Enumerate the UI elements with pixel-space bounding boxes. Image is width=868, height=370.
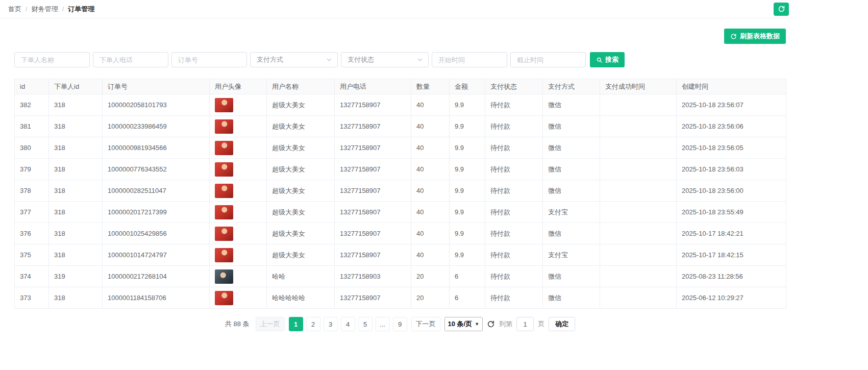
cell-amount: 6 — [450, 266, 485, 287]
start-time-input[interactable] — [432, 52, 507, 67]
cell-amount: 6 — [450, 287, 485, 309]
pay-status-select[interactable]: 支付状态 — [341, 52, 429, 67]
table-row[interactable]: 379 318 1000000776343552 超级大美女 132771589… — [15, 159, 786, 180]
cell-pay-success-time — [600, 287, 677, 309]
cell-order-no: 1000001184158706 — [103, 287, 210, 309]
cell-created-at: 2025-10-18 23:56:00 — [677, 180, 786, 202]
cell-order-no: 1000000282511047 — [103, 180, 210, 202]
cell-id: 380 — [15, 137, 49, 159]
table-row[interactable]: 375 318 1000001014724797 超级大美女 132771589… — [15, 244, 786, 266]
page-number-button[interactable]: 3 — [324, 317, 338, 331]
page-size-select[interactable]: 10 条/页 ▼ — [444, 317, 483, 331]
cell-user-phone: 13277158907 — [335, 287, 411, 309]
page-size-label: 10 条/页 — [448, 319, 473, 329]
cell-avatar — [210, 202, 267, 223]
cell-order-no: 1000000981934566 — [103, 137, 210, 159]
table-row[interactable]: 373 318 1000001184158706 哈哈哈哈哈 132771589… — [15, 287, 786, 309]
cell-pay-success-time — [600, 244, 677, 266]
table-row[interactable]: 377 318 1000002017217399 超级大美女 132771589… — [15, 202, 786, 223]
page-number-button[interactable]: 1 — [289, 317, 303, 331]
table-row[interactable]: 382 318 1000002058101793 超级大美女 132771589… — [15, 94, 786, 116]
goto-page-input[interactable] — [516, 317, 534, 331]
user-avatar[interactable] — [215, 227, 233, 241]
search-button[interactable]: 搜索 — [590, 52, 625, 67]
cell-avatar — [210, 159, 267, 180]
cell-pay-status: 待付款 — [485, 244, 543, 266]
user-avatar[interactable] — [215, 162, 233, 177]
table-header-row: id下单人id订单号用户头像用户名称用户电话数量金额支付状态支付方式支付成功时间… — [15, 79, 786, 94]
pagination-refresh-button[interactable] — [487, 320, 495, 328]
order-no-input[interactable] — [171, 52, 247, 67]
cell-pay-status: 待付款 — [485, 159, 543, 180]
cell-pay-method: 微信 — [543, 287, 600, 309]
table-row[interactable]: 381 318 1000000233986459 超级大美女 132771589… — [15, 116, 786, 137]
cell-avatar — [210, 94, 267, 116]
cell-id: 382 — [15, 94, 49, 116]
cell-order-no: 1000000776343552 — [103, 159, 210, 180]
cell-buyer-id: 318 — [49, 159, 103, 180]
cell-amount: 9.9 — [450, 94, 485, 116]
cell-amount: 9.9 — [450, 223, 485, 244]
user-avatar[interactable] — [215, 269, 233, 284]
prev-page-button[interactable]: 上一页 — [256, 317, 285, 331]
page-ellipsis-button[interactable]: ... — [376, 317, 390, 331]
user-avatar[interactable] — [215, 141, 233, 155]
cell-id: 379 — [15, 159, 49, 180]
pay-method-select[interactable]: 支付方式 — [250, 52, 338, 67]
cell-pay-status: 待付款 — [485, 223, 543, 244]
top-header: 首页/财务管理/订单管理 — [0, 0, 794, 18]
cell-pay-success-time — [600, 266, 677, 287]
table-row[interactable]: 378 318 1000000282511047 超级大美女 132771589… — [15, 180, 786, 202]
filter-bar: 支付方式 支付状态 搜索 — [14, 52, 786, 67]
user-avatar[interactable] — [215, 184, 233, 198]
table-row[interactable]: 380 318 1000000981934566 超级大美女 132771589… — [15, 137, 786, 159]
chevron-down-icon — [417, 57, 423, 63]
refresh-table-label: 刷新表格数据 — [740, 32, 780, 41]
cell-buyer-id: 318 — [49, 94, 103, 116]
cell-user-name: 超级大美女 — [267, 202, 335, 223]
end-time-input[interactable] — [510, 52, 586, 67]
buyer-phone-input[interactable] — [93, 52, 168, 67]
cell-user-name: 超级大美女 — [267, 159, 335, 180]
cell-buyer-id: 318 — [49, 137, 103, 159]
pay-status-placeholder: 支付状态 — [348, 55, 374, 64]
cell-amount: 9.9 — [450, 116, 485, 137]
table-row[interactable]: 374 319 1000000217268104 哈哈 13277158903 … — [15, 266, 786, 287]
table-row[interactable]: 376 318 1000001025429856 超级大美女 132771589… — [15, 223, 786, 244]
column-header: 用户名称 — [267, 79, 335, 94]
breadcrumb-separator: / — [26, 5, 28, 13]
page-number-button[interactable]: 5 — [358, 317, 373, 331]
cell-amount: 9.9 — [450, 137, 485, 159]
caret-down-icon: ▼ — [475, 322, 479, 327]
user-avatar[interactable] — [215, 248, 233, 262]
cell-avatar — [210, 287, 267, 309]
cell-quantity: 40 — [411, 244, 450, 266]
breadcrumb-item[interactable]: 首页 — [8, 5, 21, 14]
cell-quantity: 40 — [411, 223, 450, 244]
header-refresh-button[interactable] — [774, 3, 789, 16]
page-number-button[interactable]: 4 — [341, 317, 355, 331]
cell-order-no: 1000002058101793 — [103, 94, 210, 116]
page-number-button[interactable]: 9 — [393, 317, 407, 331]
user-avatar[interactable] — [215, 291, 233, 305]
user-avatar[interactable] — [215, 205, 233, 219]
cell-user-name: 超级大美女 — [267, 94, 335, 116]
breadcrumb-item[interactable]: 财务管理 — [32, 5, 58, 14]
refresh-table-button[interactable]: 刷新表格数据 — [724, 29, 786, 44]
page-number-button[interactable]: 2 — [306, 317, 320, 331]
cell-quantity: 40 — [411, 180, 450, 202]
buyer-name-input[interactable] — [14, 52, 90, 67]
cell-pay-success-time — [600, 180, 677, 202]
cell-id: 378 — [15, 180, 49, 202]
cell-id: 374 — [15, 266, 49, 287]
next-page-button[interactable]: 下一页 — [411, 317, 440, 331]
goto-confirm-button[interactable]: 确定 — [549, 317, 575, 331]
total-count: 共 88 条 — [225, 319, 250, 329]
page-number-list: 12345...9 — [289, 317, 407, 331]
user-avatar[interactable] — [215, 98, 233, 112]
user-avatar[interactable] — [215, 119, 233, 134]
cell-user-phone: 13277158907 — [335, 202, 411, 223]
cell-pay-status: 待付款 — [485, 94, 543, 116]
cell-pay-method: 微信 — [543, 94, 600, 116]
refresh-icon — [730, 33, 737, 40]
